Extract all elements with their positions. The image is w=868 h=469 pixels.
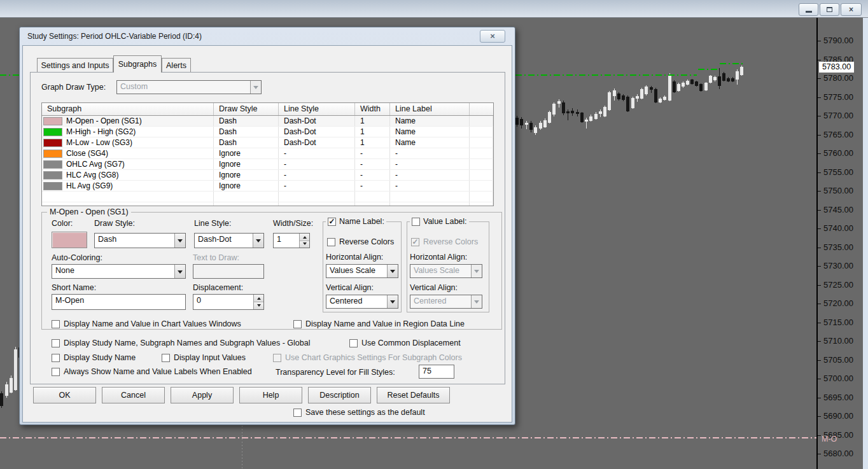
display-study-name-checkbox[interactable] (52, 354, 60, 362)
subgraph-color-swatch (43, 171, 62, 179)
width-size-stepper[interactable]: 1 (273, 233, 310, 248)
table-row[interactable]: Close (SG4)Ignore--- (42, 148, 493, 159)
candlestick (539, 123, 542, 129)
short-name-label: Short Name: (52, 283, 96, 292)
auto-coloring-select[interactable]: None (52, 264, 186, 279)
price-scale[interactable]: 5790.005785.005780.005775.005770.005765.… (816, 18, 863, 469)
name-reverse-colors-row: Reverse Colors (327, 237, 394, 246)
use-common-displacement-row: Use Common Displacement (349, 339, 461, 347)
dropdown-arrow-icon[interactable] (387, 265, 398, 277)
table-body: M-Open - Open (SG1)DashDash-Dot1NameM-Hi… (42, 116, 493, 206)
candlestick (636, 96, 639, 99)
scale-tick (818, 228, 821, 229)
name-label-checkbox[interactable]: ✓ (328, 218, 336, 226)
apply-button[interactable]: Apply (171, 387, 234, 403)
scale-tick (818, 60, 821, 60)
transparency-input[interactable]: 75 (419, 365, 454, 379)
candlestick (557, 101, 561, 104)
maximize-icon (827, 7, 832, 12)
display-study-name-row: Display Study Name (52, 353, 136, 362)
subgraph-color-swatch (43, 182, 62, 190)
tab-alerts[interactable]: Alerts (162, 58, 191, 72)
draw-style-select[interactable]: Dash (94, 233, 186, 248)
scale-tick (818, 191, 821, 192)
displacement-stepper[interactable]: 0 (193, 294, 264, 310)
line-style-select[interactable]: Dash-Dot (194, 233, 264, 248)
candlestick (589, 116, 592, 121)
candlestick (704, 83, 708, 90)
cancel-button[interactable]: Cancel (102, 387, 165, 403)
close-button[interactable]: × (841, 3, 862, 16)
table-row-empty (42, 192, 493, 202)
dropdown-arrow-icon (471, 295, 482, 308)
table-row[interactable]: M-Open - Open (SG1)DashDash-Dot1Name (42, 116, 493, 127)
description-button[interactable]: Description (308, 387, 371, 403)
ok-button[interactable]: OK (33, 387, 96, 403)
price-tick-label: 5700.00 (823, 374, 853, 383)
tab-settings-and-inputs[interactable]: Settings and Inputs (37, 58, 113, 72)
dropdown-arrow-icon[interactable] (387, 295, 398, 308)
horizontal-align-label: Horizontal Align: (326, 253, 383, 262)
color-swatch-button[interactable] (52, 232, 87, 248)
scale-tick (818, 266, 821, 267)
subgraph-name-label: M-O (822, 435, 837, 444)
scale-tick (818, 341, 821, 342)
scale-tick (818, 454, 821, 454)
table-row[interactable]: HL Avg (SG9)Ignore--- (42, 181, 493, 192)
candlestick (14, 349, 17, 390)
table-row[interactable]: M-High - High (SG2)DashDash-Dot1Name (42, 127, 493, 137)
price-tick-label: 5730.00 (823, 261, 853, 270)
price-tick-label: 5745.00 (823, 205, 853, 214)
candlestick (718, 76, 721, 86)
dialog-close-button[interactable]: × (480, 30, 505, 43)
table-row-empty (42, 202, 493, 206)
display-chart-values-checkbox[interactable] (52, 320, 60, 328)
tab-subgraphs[interactable]: Subgraphs (113, 55, 162, 73)
dropdown-arrow-icon[interactable] (174, 234, 185, 248)
help-button[interactable]: Help (239, 387, 302, 403)
price-tick-label: 5775.00 (823, 92, 853, 102)
always-show-labels-checkbox[interactable] (52, 368, 60, 376)
candlestick (640, 89, 643, 99)
name-vertical-align-select[interactable]: Centered (326, 295, 398, 309)
candlestick (529, 123, 533, 130)
value-label-group: Value Label: ✓ Reverse Colors Horizontal… (407, 221, 489, 312)
table-row[interactable]: OHLC Avg (SG7)Ignore--- (42, 159, 493, 170)
candlestick (608, 92, 611, 110)
short-name-input[interactable]: M-Open (52, 294, 186, 310)
price-tick-label: 5790.00 (823, 36, 853, 45)
price-tick-label: 5690.00 (823, 411, 853, 421)
subgraph-color-swatch (43, 117, 62, 125)
graph-draw-type-select: Custom (116, 80, 262, 94)
scale-tick (818, 41, 821, 41)
candlestick (645, 87, 648, 94)
scale-tick (818, 172, 821, 173)
dropdown-arrow-icon[interactable] (253, 234, 263, 248)
use-common-displacement-checkbox[interactable] (349, 339, 358, 347)
scale-tick (818, 285, 821, 286)
display-global-row: Display Study Name, Subgraph Names and S… (52, 339, 310, 347)
draw-style-label: Draw Style: (94, 219, 135, 228)
price-tick-label: 5770.00 (823, 111, 853, 120)
reset-defaults-button[interactable]: Reset Defaults (377, 387, 450, 403)
display-region-data-checkbox[interactable] (293, 320, 302, 328)
display-global-checkbox[interactable] (52, 339, 60, 347)
candlestick (740, 67, 743, 75)
minimize-button[interactable] (799, 3, 818, 16)
auto-coloring-label: Auto-Coloring: (52, 253, 102, 262)
reverse-colors-checkbox[interactable] (327, 238, 335, 246)
candlestick (699, 84, 703, 91)
dropdown-arrow-icon[interactable] (174, 265, 185, 278)
dialog-title: Study Settings: Period OHLC-Variable Per… (27, 32, 202, 41)
candlestick (713, 77, 717, 80)
save-default-checkbox[interactable] (293, 409, 302, 417)
window-titlebar: × (0, 0, 868, 18)
display-input-values-checkbox[interactable] (162, 354, 170, 362)
price-tick-label: 5760.00 (823, 148, 853, 158)
study-line (698, 69, 717, 70)
maximize-button[interactable] (820, 3, 839, 16)
table-row[interactable]: HLC Avg (SG8)Ignore--- (42, 170, 493, 181)
value-label-checkbox[interactable] (412, 218, 420, 226)
table-row[interactable]: M-Low - Low (SG3)DashDash-Dot1Name (42, 137, 493, 148)
name-horizontal-align-select[interactable]: Values Scale (326, 264, 398, 278)
